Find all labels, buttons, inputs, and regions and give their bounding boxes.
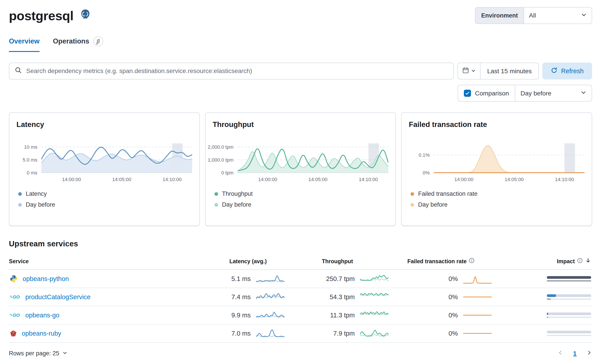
column-header-throughput[interactable]: Throughput [285, 258, 389, 265]
x-axis-tick-label: 14:10:00 [163, 177, 182, 182]
toolbar: Last 15 minutes Refresh [9, 63, 592, 79]
failed-rate-value: 0% [389, 312, 458, 319]
legend-item[interactable]: Day before [214, 201, 389, 208]
chart-legend: LatencyDay before [16, 191, 192, 208]
upstream-services-heading: Upstream services [9, 239, 592, 248]
pagination-next-button[interactable] [586, 350, 592, 357]
column-header-impact[interactable]: Impact [492, 258, 592, 265]
impact-bar [547, 313, 591, 318]
throughput-chart-card: Throughput2,000.0 tpm1,000.0 tpm0 tpm14:… [205, 112, 396, 226]
failed-rate-sparkline [463, 273, 492, 285]
legend-item[interactable]: Throughput [214, 191, 389, 197]
pagination-prev-button[interactable] [557, 350, 563, 357]
legend-item[interactable]: Failed transaction rate [411, 191, 585, 197]
environment-label: Environment [475, 8, 524, 24]
chevron-down-icon [62, 350, 67, 357]
tab-operations[interactable]: Operations β [53, 36, 103, 52]
ruby-icon [10, 330, 17, 337]
chart-plot: 2,000.0 tpm1,000.0 tpm0 tpm [213, 143, 389, 175]
legend-dot-icon [214, 192, 218, 196]
service-link[interactable]: opbeans-python [23, 275, 69, 283]
comparison-select[interactable]: Day before [515, 85, 592, 101]
legend-dot-icon [214, 203, 218, 207]
chart-legend: ThroughputDay before [213, 191, 389, 208]
chart-canvas [41, 143, 192, 175]
pagination: 1 [557, 350, 592, 357]
python-icon [10, 275, 18, 283]
info-icon [469, 258, 475, 265]
comparison-label: Comparison [475, 90, 509, 97]
table-header: Service Latency (avg.) Throughput Failed… [9, 252, 592, 270]
date-quick-select-button[interactable] [458, 63, 481, 79]
table-row-productCatalogService: GOproductCatalogService7.4 ms54.3 tpm0% [9, 288, 592, 306]
legend-dot-icon [411, 192, 414, 196]
x-axis-tick-label: 14:00:00 [454, 177, 473, 182]
y-axis: 0.1%0% [409, 143, 434, 175]
throughput-sparkline [360, 328, 389, 339]
chevron-down-icon [471, 68, 476, 75]
table-body: opbeans-python5.1 ms250.7 tpm0%GOproduct… [9, 270, 592, 343]
y-axis-tick-label: 0% [423, 170, 430, 176]
failed-rate-value: 0% [389, 293, 458, 301]
legend-item[interactable]: Latency [18, 191, 192, 197]
go-icon: GO [10, 294, 20, 300]
table-row-opbeans-python: opbeans-python5.1 ms250.7 tpm0% [9, 270, 592, 288]
environment-select[interactable]: All [524, 8, 592, 24]
comparison-row: Comparison Day before [9, 85, 592, 102]
failed-rate-value: 0% [389, 275, 458, 283]
table-row-opbeans-ruby: opbeans-ruby7.0 ms7.9 tpm0% [9, 325, 592, 343]
table-footer: Rows per page: 25 1 [9, 350, 592, 360]
throughput-value: 11.3 tpm [285, 312, 355, 319]
calendar-icon [462, 67, 469, 75]
legend-item[interactable]: Day before [411, 201, 585, 208]
chart-canvas [434, 143, 585, 175]
page-header: postgresql Environment All [9, 7, 592, 24]
y-axis-tick-label: 2,000.0 tpm [208, 144, 233, 150]
pagination-page-1[interactable]: 1 [573, 350, 577, 357]
legend-dot-icon [411, 203, 414, 207]
go-icon: GO [10, 312, 20, 318]
chart-title: Latency [16, 120, 192, 129]
info-icon [577, 258, 583, 265]
throughput-value: 54.3 tpm [285, 293, 355, 301]
x-axis: 14:00:0014:05:0014:10:00 [41, 177, 192, 183]
y-axis-tick-label: 5.0 ms [23, 157, 37, 163]
chart-plot: 0.1%0% [409, 143, 585, 175]
tab-overview[interactable]: Overview [9, 36, 40, 52]
failed-transaction-rate-chart-card: Failed transaction rate0.1%0%14:00:0014:… [401, 112, 592, 226]
x-axis: 14:00:0014:05:0014:10:00 [238, 177, 389, 183]
comparison-toggle[interactable]: Comparison [458, 85, 515, 101]
service-link[interactable]: productCatalogService [25, 293, 90, 301]
failed-rate-sparkline [463, 328, 492, 339]
column-header-latency[interactable]: Latency (avg.) [211, 258, 285, 265]
column-header-failed-rate[interactable]: Failed transaction rate [389, 258, 492, 265]
rows-per-page-button[interactable]: Rows per page: 25 [9, 350, 67, 357]
x-axis-tick-label: 14:00:00 [62, 177, 81, 182]
throughput-value: 250.7 tpm [285, 275, 355, 283]
search-icon [15, 67, 22, 76]
column-header-service[interactable]: Service [9, 258, 211, 265]
latency-sparkline [256, 273, 284, 285]
search-input[interactable] [26, 67, 448, 75]
failed-rate-sparkline [463, 291, 492, 303]
latency-value: 5.1 ms [211, 275, 251, 283]
table-row-opbeans-go: GOopbeans-go9.9 ms11.3 tpm0% [9, 306, 592, 325]
latency-value: 7.0 ms [211, 330, 251, 337]
y-axis-tick-label: 0 ms [27, 170, 37, 176]
throughput-sparkline [360, 273, 389, 285]
comparison-checkbox[interactable] [464, 90, 471, 97]
x-axis-tick-label: 14:05:00 [309, 177, 328, 182]
latency-sparkline [256, 309, 284, 321]
latency-value: 7.4 ms [211, 293, 251, 301]
svg-text:GO: GO [13, 313, 20, 318]
throughput-sparkline [360, 291, 389, 303]
latency-value: 9.9 ms [211, 312, 251, 319]
refresh-button[interactable]: Refresh [542, 63, 592, 79]
impact-bar [547, 331, 591, 336]
legend-item[interactable]: Day before [18, 201, 192, 208]
service-link[interactable]: opbeans-ruby [22, 330, 61, 337]
service-link[interactable]: opbeans-go [25, 312, 59, 319]
y-axis-tick-label: 0.1% [419, 152, 430, 158]
time-range-button[interactable]: Last 15 minutes [481, 63, 538, 79]
y-axis-tick-label: 0 tpm [221, 170, 234, 176]
